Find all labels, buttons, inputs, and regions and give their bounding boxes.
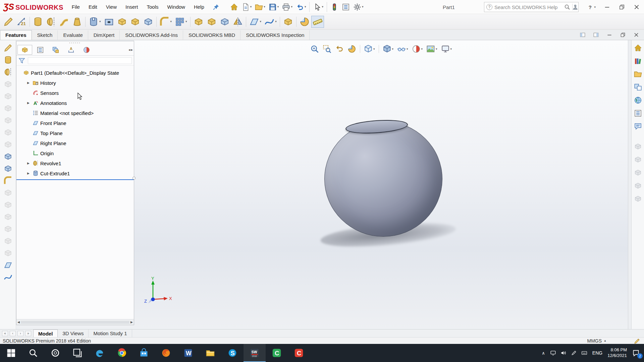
linear-pattern-button[interactable] (2, 188, 14, 198)
graphics-viewport[interactable]: ▾▾▾▾▾▾ Y X Z (134, 40, 628, 329)
apply-scene-button[interactable]: ▾ (425, 44, 439, 54)
menu-view[interactable]: View (102, 0, 121, 14)
instant3d-button[interactable] (282, 16, 294, 28)
tree-item-origin[interactable]: Origin (16, 148, 134, 158)
tree-item-annotations[interactable]: ▶AAnnotations (16, 98, 134, 108)
expand-arrow-icon[interactable]: ▶ (26, 101, 31, 105)
pane-previous-button[interactable] (578, 31, 587, 39)
cortana-button[interactable] (44, 344, 66, 362)
pane-next-button[interactable] (592, 31, 600, 39)
firefox-button[interactable] (155, 344, 177, 362)
options-button[interactable]: ▾ (352, 2, 365, 12)
doc-tab-nav-1[interactable]: ‹ (10, 331, 16, 336)
lofted-boss-base-button[interactable] (71, 16, 84, 28)
tree-tab-dimxpertmanager[interactable]: A (64, 45, 78, 55)
view-orientation-button[interactable]: ▾ (363, 44, 376, 54)
home-button[interactable] (229, 2, 239, 12)
tray-chevron-up-icon[interactable]: ∧ (542, 351, 545, 356)
tree-tab-featuremanager-design-tree[interactable] (17, 45, 32, 55)
boundary-boss-base-button[interactable] (2, 103, 14, 113)
hole-wizard-button[interactable] (103, 16, 115, 28)
edge-button[interactable] (89, 344, 111, 362)
solidworks-resources-button[interactable] (633, 43, 643, 53)
new-document-button[interactable]: ▾ (240, 2, 253, 12)
fillet-button[interactable]: ▾ (158, 16, 173, 28)
curves-button[interactable]: ▾ (263, 16, 278, 28)
rebuild-button[interactable] (329, 2, 340, 12)
hscroll-left-button[interactable]: ◀ (17, 320, 20, 324)
app-restore-button[interactable] (617, 3, 627, 11)
boundary-cut-button[interactable] (2, 164, 14, 174)
doc-close-button[interactable] (632, 31, 641, 39)
rib-button[interactable] (192, 16, 205, 28)
previous-view-button[interactable] (334, 44, 345, 54)
menu-insert[interactable]: Insert (121, 0, 143, 14)
subscription-services-button[interactable] (633, 168, 643, 178)
revolved-cut-button[interactable] (2, 127, 14, 137)
custom-properties-button[interactable] (633, 108, 643, 118)
tray-volume-icon[interactable] (560, 350, 567, 356)
defeature-button[interactable] (633, 194, 643, 204)
shell-button[interactable] (2, 224, 14, 234)
fillet-button[interactable] (2, 176, 14, 186)
hscroll-track[interactable] (21, 321, 129, 324)
microsoft-store-button[interactable] (133, 344, 155, 362)
hscroll-right-button[interactable]: ▶ (130, 320, 133, 324)
filter-icon[interactable] (18, 57, 25, 64)
panel-resize-knob[interactable] (132, 177, 136, 180)
revolved-cut-button[interactable] (116, 16, 128, 28)
lofted-cut-button[interactable] (142, 16, 155, 28)
menu-window[interactable]: Window (163, 0, 190, 14)
lofted-cut-button[interactable] (2, 152, 14, 162)
tree-tab-configurationmanager[interactable] (48, 45, 63, 55)
sketch-tool-button[interactable] (2, 43, 14, 53)
appearances-scenes-button[interactable] (633, 95, 643, 105)
zoom-to-area-button[interactable] (321, 44, 333, 54)
skype-button[interactable]: S (221, 344, 244, 362)
bottom-tab-motion-study-1[interactable]: Motion Study 1 (89, 329, 132, 337)
3d-content-central-button[interactable] (633, 141, 643, 152)
search-input[interactable] (494, 4, 562, 10)
app-close-button[interactable] (632, 3, 641, 11)
wrap-button[interactable] (2, 236, 14, 246)
tree-tab-propertymanager[interactable] (33, 45, 48, 55)
hide-show-items-button[interactable]: ▾ (396, 44, 410, 54)
expand-arrow-icon[interactable]: ▶ (26, 81, 31, 84)
expand-arrow-icon[interactable]: ▶ (26, 172, 31, 175)
tree-item-material-not-specified-[interactable]: Material <not specified> (16, 108, 134, 118)
tray-pen-icon[interactable] (571, 350, 577, 356)
swept-boss-base-button[interactable] (58, 16, 70, 28)
help-button[interactable]: ?▾ (585, 3, 597, 11)
file-explorer-button[interactable] (633, 69, 643, 79)
doc-tab-nav-3[interactable]: » (25, 331, 31, 336)
solidworks-button[interactable]: SW2018 (244, 344, 266, 362)
open-folder-button[interactable]: ▾ (254, 2, 267, 12)
tree-item-front-plane[interactable]: Front Plane (16, 118, 134, 128)
smart-dimension-button[interactable]: 21 (15, 16, 28, 28)
menu-tools[interactable]: Tools (143, 0, 163, 14)
tree-item-cut-extrude1[interactable]: ▶Cut-Extrude1 (16, 168, 134, 178)
section-view-button[interactable] (298, 16, 311, 28)
extruded-boss-base-button[interactable] (2, 55, 14, 65)
tree-tabs-scroll-right[interactable]: ▸ (131, 48, 133, 52)
tree-item-history[interactable]: ▶History (16, 78, 134, 88)
view-palette-button[interactable] (633, 82, 643, 92)
view-settings-button[interactable]: ▾ (440, 44, 453, 54)
solidworks-cam-button[interactable] (633, 155, 643, 165)
draft-button[interactable] (2, 212, 14, 222)
camtasia-button[interactable]: C (266, 344, 288, 362)
app-minimize-button[interactable] (602, 3, 612, 11)
pin-icon[interactable] (213, 4, 219, 10)
swept-cut-button[interactable] (2, 139, 14, 149)
zoom-to-fit-button[interactable] (309, 44, 320, 54)
tray-monitor-icon[interactable] (550, 350, 556, 356)
search-scope-icon[interactable]: ? (486, 4, 492, 10)
chrome-button[interactable] (111, 344, 133, 362)
display-style-button[interactable]: ▾ (381, 44, 395, 54)
undo-button[interactable]: ▾ (294, 2, 308, 12)
tab-features[interactable]: Features (0, 30, 32, 40)
file-properties-button[interactable] (340, 2, 351, 12)
tree-item-right-plane[interactable]: Right Plane (16, 138, 134, 148)
revolved-boss-base-button[interactable] (45, 16, 57, 28)
user-button[interactable] (571, 3, 580, 11)
